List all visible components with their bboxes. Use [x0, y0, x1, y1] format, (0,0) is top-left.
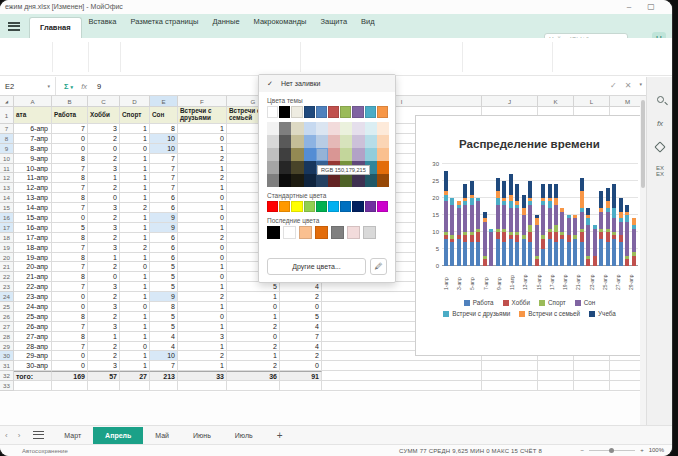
- grid-cell[interactable]: [538, 381, 574, 391]
- shade-swatch[interactable]: [279, 135, 291, 148]
- grid-cell[interactable]: 2: [178, 351, 227, 361]
- stacked-bar[interactable]: [580, 178, 584, 266]
- grid-cell[interactable]: 3: [88, 203, 120, 213]
- date-cell[interactable]: 9-апр: [14, 154, 52, 164]
- grid-cell[interactable]: [150, 381, 178, 391]
- grid-cell[interactable]: 2: [178, 292, 227, 302]
- grid-cell[interactable]: [538, 371, 574, 381]
- grid-cell[interactable]: 3: [88, 124, 120, 134]
- grid-cell[interactable]: 0: [88, 144, 120, 154]
- stacked-bar[interactable]: [541, 184, 545, 266]
- grid-cell[interactable]: 1: [120, 124, 150, 134]
- standard-color-swatch[interactable]: [267, 201, 278, 213]
- row-number[interactable]: 17: [0, 223, 14, 233]
- grid-cell[interactable]: 7: [52, 183, 88, 193]
- grid-cell[interactable]: 0: [120, 262, 150, 272]
- grid-cell[interactable]: 2: [280, 292, 322, 302]
- header-cell[interactable]: Встречи с друзьями: [178, 107, 227, 124]
- grid-cell[interactable]: [574, 361, 610, 371]
- grid-cell[interactable]: 1: [120, 351, 150, 361]
- row-number[interactable]: 23: [0, 282, 14, 292]
- grid-cell[interactable]: 0: [52, 292, 88, 302]
- row-number[interactable]: 18: [0, 233, 14, 243]
- date-cell[interactable]: 18-апр: [14, 243, 52, 253]
- row-number[interactable]: 31: [0, 361, 14, 371]
- sheet-list-icon[interactable]: [33, 431, 44, 439]
- recent-color-swatch[interactable]: [299, 226, 312, 239]
- standard-color-swatch[interactable]: [279, 201, 290, 213]
- shade-swatch[interactable]: [267, 148, 279, 161]
- grid-cell[interactable]: 7: [52, 322, 88, 332]
- grid-cell[interactable]: 7: [150, 183, 178, 193]
- standard-color-swatch[interactable]: [316, 201, 327, 213]
- grid-cell[interactable]: 5: [150, 282, 178, 292]
- shade-swatch[interactable]: [291, 135, 303, 148]
- date-cell[interactable]: 20-апр: [14, 262, 52, 272]
- grid-cell[interactable]: 1: [178, 361, 227, 371]
- grid-cell[interactable]: 2: [88, 183, 120, 193]
- grid-cell[interactable]: [538, 361, 574, 371]
- grid-cell[interactable]: 4: [150, 332, 178, 342]
- row-number[interactable]: 11: [0, 164, 14, 174]
- shade-swatch[interactable]: [316, 174, 328, 187]
- grid-cell[interactable]: 1: [120, 332, 150, 342]
- grid-cell[interactable]: [14, 381, 52, 391]
- grid-cell[interactable]: 1: [178, 282, 227, 292]
- grid-cell[interactable]: 8: [52, 233, 88, 243]
- date-cell[interactable]: 6-апр: [14, 124, 52, 134]
- stacked-bar[interactable]: [625, 205, 629, 266]
- header-cell[interactable]: Спорт: [120, 107, 150, 124]
- date-cell[interactable]: 23-апр: [14, 292, 52, 302]
- grid-cell[interactable]: 2: [88, 154, 120, 164]
- stacked-bar[interactable]: [515, 184, 519, 266]
- grid-cell[interactable]: 8: [52, 332, 88, 342]
- theme-color-swatch[interactable]: [377, 106, 388, 118]
- menu-tab-Вставка[interactable]: Вставка: [82, 13, 124, 39]
- stacked-bar[interactable]: [450, 198, 454, 266]
- date-cell[interactable]: 29-апр: [14, 351, 52, 361]
- shade-swatch[interactable]: [316, 135, 328, 148]
- grid-cell[interactable]: 1: [120, 173, 150, 183]
- grid-cell[interactable]: 8: [52, 173, 88, 183]
- row-number[interactable]: 29: [0, 342, 14, 352]
- header-cell[interactable]: Сон: [150, 107, 178, 124]
- grid-cell[interactable]: 5: [150, 312, 178, 322]
- grid-cell[interactable]: 7: [280, 332, 322, 342]
- stacked-bar[interactable]: [496, 178, 500, 266]
- grid-cell[interactable]: 169: [52, 371, 88, 381]
- grid-cell[interactable]: 2: [88, 262, 120, 272]
- menu-tab-Защита[interactable]: Защита: [313, 13, 354, 39]
- row-number[interactable]: 12: [0, 173, 14, 183]
- header-cell[interactable]: ата: [14, 107, 52, 124]
- shade-swatch[interactable]: [352, 148, 364, 161]
- grid-cell[interactable]: 2: [178, 233, 227, 243]
- stacked-bar[interactable]: [612, 184, 616, 266]
- menu-tab-Разметка страницы[interactable]: Разметка страницы: [123, 13, 205, 39]
- shade-swatch[interactable]: [352, 135, 364, 148]
- grid-cell[interactable]: 0: [88, 272, 120, 282]
- chart-frame[interactable]: Распределение времени 0510152025301-апр3…: [415, 115, 644, 356]
- grid-cell[interactable]: 2: [120, 203, 150, 213]
- grid-cell[interactable]: 0: [120, 144, 150, 154]
- shade-swatch[interactable]: [267, 161, 279, 174]
- date-cell[interactable]: 7-апр: [14, 134, 52, 144]
- date-cell[interactable]: 28-апр: [14, 342, 52, 352]
- grid-cell[interactable]: 4: [280, 282, 322, 292]
- grid-cell[interactable]: 4: [280, 342, 322, 352]
- grid-cell[interactable]: 2: [178, 173, 227, 183]
- date-cell[interactable]: 14-апр: [14, 203, 52, 213]
- grid-cell[interactable]: 1: [120, 361, 150, 371]
- grid-cell[interactable]: 0: [280, 361, 322, 371]
- stacked-bar[interactable]: [554, 184, 558, 266]
- grid-cell[interactable]: 1: [178, 183, 227, 193]
- prev-sheet-icon[interactable]: ‹: [0, 431, 13, 440]
- grid-cell[interactable]: 2: [88, 213, 120, 223]
- grid-cell[interactable]: [322, 371, 482, 381]
- stacked-bar[interactable]: [573, 215, 577, 266]
- grid-cell[interactable]: 8: [150, 124, 178, 134]
- sheet-tab-Март[interactable]: Март: [52, 427, 93, 444]
- grid-cell[interactable]: 2: [178, 154, 227, 164]
- date-cell[interactable]: 16-апр: [14, 223, 52, 233]
- grid-cell[interactable]: 8: [52, 272, 88, 282]
- grid-cell[interactable]: 5: [150, 322, 178, 332]
